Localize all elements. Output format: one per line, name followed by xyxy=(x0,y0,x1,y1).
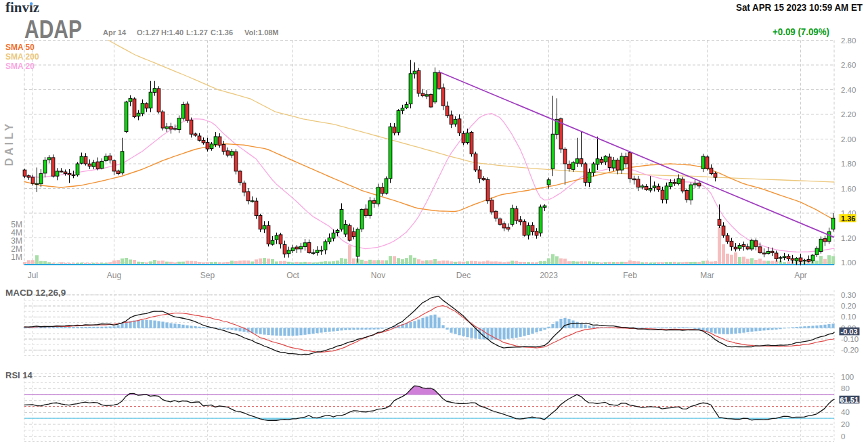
svg-text:+0.09 (7.09%): +0.09 (7.09%) xyxy=(773,26,829,37)
svg-text:H:1.40: H:1.40 xyxy=(161,28,183,37)
svg-text:ADAP: ADAP xyxy=(24,16,82,43)
svg-text:1.80: 1.80 xyxy=(841,160,856,168)
svg-text:RSI 14: RSI 14 xyxy=(5,370,33,380)
svg-text:-0.03: -0.03 xyxy=(841,328,858,336)
svg-text:L:1.27: L:1.27 xyxy=(186,28,208,37)
svg-text:100: 100 xyxy=(841,373,854,381)
svg-text:2.40: 2.40 xyxy=(841,86,856,94)
svg-text:2.80: 2.80 xyxy=(841,37,856,45)
svg-text:MACD 12,26,9: MACD 12,26,9 xyxy=(5,288,66,298)
svg-text:2.60: 2.60 xyxy=(841,61,856,69)
svg-text:SMA 50: SMA 50 xyxy=(5,43,35,52)
svg-text:SMA 200: SMA 200 xyxy=(5,52,39,62)
svg-text:Vol:1.08M: Vol:1.08M xyxy=(244,28,279,37)
svg-text:-0.10: -0.10 xyxy=(841,335,859,343)
svg-text:Jul: Jul xyxy=(28,271,38,280)
svg-text:Mar: Mar xyxy=(700,271,714,280)
svg-text:2023: 2023 xyxy=(540,271,558,280)
svg-text:40: 40 xyxy=(841,408,850,416)
svg-text:0.20: 0.20 xyxy=(841,302,856,310)
svg-text:2.00: 2.00 xyxy=(841,135,856,143)
svg-text:Sat APR 15 2023 10:59 AM ET: Sat APR 15 2023 10:59 AM ET xyxy=(736,1,863,13)
svg-text:O:1.27: O:1.27 xyxy=(137,28,160,37)
svg-text:0.30: 0.30 xyxy=(841,291,856,299)
svg-text:C:1.36: C:1.36 xyxy=(211,28,233,37)
svg-text:1.60: 1.60 xyxy=(841,185,856,193)
svg-text:1.36: 1.36 xyxy=(841,215,855,223)
svg-text:Apr 14: Apr 14 xyxy=(103,28,127,37)
svg-text:Feb: Feb xyxy=(623,271,637,280)
svg-text:20: 20 xyxy=(841,420,850,428)
svg-text:80: 80 xyxy=(841,384,850,393)
svg-text:1.00: 1.00 xyxy=(841,259,856,267)
svg-text:1M: 1M xyxy=(11,252,22,262)
svg-text:61.51: 61.51 xyxy=(840,396,859,404)
svg-text:finvız: finvız xyxy=(5,0,39,16)
svg-text:Nov: Nov xyxy=(371,271,385,280)
svg-text:Sep: Sep xyxy=(200,271,215,280)
svg-text:2.20: 2.20 xyxy=(841,110,856,118)
svg-text:Oct: Oct xyxy=(286,271,299,280)
svg-text:-0.20: -0.20 xyxy=(841,346,859,354)
svg-text:DAILY: DAILY xyxy=(3,121,15,166)
svg-text:Apr: Apr xyxy=(794,271,807,280)
svg-text:Dec: Dec xyxy=(456,271,471,280)
svg-text:0: 0 xyxy=(841,432,845,441)
svg-text:0.10: 0.10 xyxy=(841,313,856,321)
svg-text:Aug: Aug xyxy=(107,271,121,280)
svg-text:SMA 20: SMA 20 xyxy=(5,62,35,71)
svg-text:1.20: 1.20 xyxy=(841,234,856,242)
